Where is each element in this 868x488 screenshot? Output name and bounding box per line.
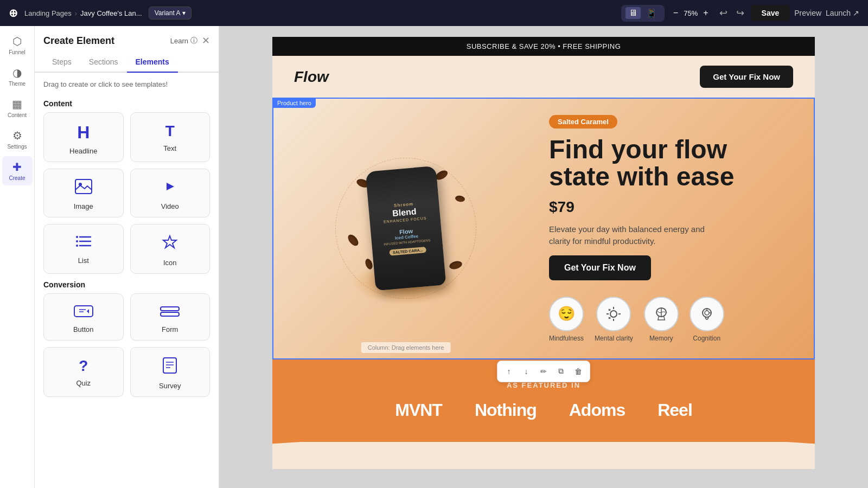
element-list[interactable]: List <box>43 224 124 274</box>
mobile-device-btn[interactable]: 📱 <box>643 7 660 20</box>
form-icon <box>160 304 180 321</box>
product-can: Shroom Blend ENHANCED FOCUS Flow Iced Co… <box>366 166 446 291</box>
delete-btn[interactable]: 🗑 <box>570 363 586 380</box>
conversion-elements-grid: Button Form ? Quiz Survey <box>35 293 219 397</box>
preview-button[interactable]: Preview <box>794 9 821 17</box>
benefits-row: 😌 Mindfulness Mental clarity <box>549 297 792 342</box>
variant-label: Variant A <box>155 9 181 17</box>
theme-icon: ◑ <box>12 66 22 79</box>
list-icon <box>75 234 92 252</box>
hero-title-line1: Find your flow <box>549 135 727 164</box>
svg-rect-0 <box>75 179 92 194</box>
featured-logo-adoms: Adoms <box>569 400 625 420</box>
product-image-area: Shroom Blend ENHANCED FOCUS Flow Iced Co… <box>335 147 476 310</box>
benefit-mindfulness: 😌 Mindfulness <box>549 297 584 342</box>
tab-steps[interactable]: Steps <box>43 53 80 73</box>
svg-line-32 <box>664 317 665 320</box>
hero-cta-button[interactable]: Get Your Fix Now <box>549 255 651 280</box>
breadcrumb-current[interactable]: Javy Coffee's Lan... <box>80 9 142 17</box>
benefit-cognition: Cognition <box>690 297 724 342</box>
sidebar-item-settings[interactable]: ⚙ Settings <box>2 125 33 154</box>
redo-btn[interactable]: ↪ <box>734 5 746 21</box>
svg-rect-16 <box>163 358 176 373</box>
breadcrumb-separator: › <box>75 9 77 17</box>
svg-marker-11 <box>87 309 89 313</box>
hero-title-line2: state with ease <box>549 162 734 191</box>
announcement-text: SUBSCRIBE & SAVE 20% • FREE SHIPPING <box>467 42 621 50</box>
zoom-value: 75% <box>684 9 698 17</box>
page-header: Flow Get Your Fix Now <box>272 56 815 98</box>
quiz-icon: ? <box>79 357 88 375</box>
svg-point-7 <box>76 240 78 242</box>
featured-logo-mvnt: MVNT <box>395 400 442 420</box>
breadcrumb: Landing Pages › Javy Coffee's Lan... <box>24 9 142 17</box>
sidebar-item-label: Content <box>8 112 27 118</box>
sidebar-item-label: Funnel <box>9 49 25 55</box>
icon-icon <box>162 234 178 254</box>
content-section-title: Content <box>35 93 219 112</box>
duplicate-btn[interactable]: ⧉ <box>553 363 569 380</box>
launch-button[interactable]: Launch ↗ <box>826 9 859 17</box>
device-group: 🖥 📱 <box>621 5 665 22</box>
benefit-label: Mindfulness <box>549 335 584 342</box>
create-icon: ✚ <box>12 160 22 174</box>
svg-marker-9 <box>163 236 176 248</box>
hero-right-column: Salted Caramel Find your flow state with… <box>538 99 814 358</box>
sidebar-item-create[interactable]: ✚ Create <box>2 156 33 185</box>
edit-btn[interactable]: ✏ <box>535 363 552 380</box>
zoom-out-btn[interactable]: − <box>671 8 680 18</box>
settings-icon: ⚙ <box>12 129 22 142</box>
main-layout: ⬡ Funnel ◑ Theme ▦ Content ⚙ Settings ✚ … <box>0 26 868 488</box>
svg-marker-2 <box>167 183 174 190</box>
sidebar-item-label: Settings <box>7 144 27 150</box>
app-logo: ⊕ <box>9 7 18 20</box>
element-text[interactable]: T Text <box>130 112 210 162</box>
header-cta-button[interactable]: Get Your Fix Now <box>700 66 793 88</box>
element-label: Headline <box>69 147 97 155</box>
element-video[interactable]: Video <box>130 169 210 217</box>
breadcrumb-root[interactable]: Landing Pages <box>24 9 72 17</box>
undo-btn[interactable]: ↩ <box>717 5 730 21</box>
can-name: Blend <box>392 208 417 219</box>
hero-left-column[interactable]: Shroom Blend ENHANCED FOCUS Flow Iced Co… <box>273 99 538 358</box>
desktop-device-btn[interactable]: 🖥 <box>626 7 641 19</box>
element-image[interactable]: Image <box>43 169 124 217</box>
benefit-mental-clarity: Mental clarity <box>595 297 633 342</box>
info-icon: ⓘ <box>190 36 197 46</box>
sidebar-item-label: Theme <box>9 81 25 87</box>
zoom-in-btn[interactable]: + <box>701 8 710 18</box>
move-down-btn[interactable]: ↓ <box>518 363 534 380</box>
svg-point-6 <box>76 236 78 238</box>
move-up-btn[interactable]: ↑ <box>501 363 517 380</box>
topbar-actions: ↩ ↪ Save Preview Launch ↗ <box>717 5 859 21</box>
save-button[interactable]: Save <box>751 5 790 21</box>
element-icon[interactable]: Icon <box>130 224 210 274</box>
close-button[interactable]: ✕ <box>202 35 210 47</box>
element-form[interactable]: Form <box>130 293 210 341</box>
zoom-group: − 75% + <box>671 8 711 18</box>
sidebar-item-funnel[interactable]: ⬡ Funnel <box>2 30 33 60</box>
announcement-bar: SUBSCRIBE & SAVE 20% • FREE SHIPPING <box>272 37 815 56</box>
sidebar-item-theme[interactable]: ◑ Theme <box>2 62 33 91</box>
tab-elements[interactable]: Elements <box>127 53 178 73</box>
learn-button[interactable]: Learn ⓘ <box>170 36 197 46</box>
element-label: Text <box>163 144 176 152</box>
panel-header: Create Element Learn ⓘ ✕ <box>35 26 219 47</box>
element-button[interactable]: Button <box>43 293 124 341</box>
element-quiz[interactable]: ? Quiz <box>43 347 124 397</box>
can-sub: ENHANCED FOCUS <box>384 216 427 224</box>
can-tagline: INFUSED WITH ADAPTOGENS <box>384 239 431 247</box>
survey-icon <box>162 357 178 377</box>
mindfulness-icon: 😌 <box>549 297 584 331</box>
variant-selector[interactable]: Variant A ▾ <box>149 7 192 20</box>
sidebar-item-content[interactable]: ▦ Content <box>2 93 33 123</box>
svg-point-8 <box>76 245 78 247</box>
sidebar-item-label: Create <box>9 175 25 181</box>
content-icon: ▦ <box>12 98 22 111</box>
element-survey[interactable]: Survey <box>130 347 210 397</box>
launch-label: Launch <box>826 9 851 17</box>
tab-sections[interactable]: Sections <box>80 53 127 73</box>
element-label: Video <box>161 202 179 210</box>
wave-decoration <box>272 442 815 469</box>
element-headline[interactable]: H Headline <box>43 112 124 162</box>
